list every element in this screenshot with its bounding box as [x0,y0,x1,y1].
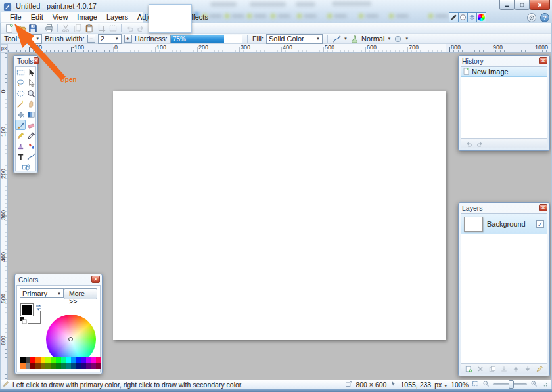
palette-color[interactable] [71,357,76,363]
tools-panel-titlebar[interactable]: Tools ✕ [14,56,37,65]
palette-color[interactable] [96,357,101,363]
menu-file[interactable]: File [5,12,26,22]
toggle-colors-button[interactable] [476,12,486,22]
colors-panel-titlebar[interactable]: Colors ✕ [15,274,102,284]
selection-quality-icon[interactable] [394,34,402,43]
rectangle-select-tool[interactable] [15,67,26,77]
zoom-out-icon[interactable] [482,380,490,389]
palette-color[interactable] [81,357,86,363]
palette-color[interactable] [35,363,41,369]
line-curve-tool[interactable] [26,151,36,162]
toggle-tools-button[interactable] [449,12,459,22]
palette-color[interactable] [91,363,97,369]
palette-color[interactable] [51,363,56,369]
palette-color[interactable] [30,363,35,369]
move-selection-tool[interactable] [26,77,36,88]
text-tool[interactable] [15,151,26,162]
palette-color[interactable] [41,363,46,369]
color-picker-tool[interactable] [26,130,36,141]
swap-colors-icon[interactable] [34,303,43,311]
menu-image[interactable]: Image [72,12,102,22]
recolor-tool[interactable] [26,141,36,151]
palette-color[interactable] [35,357,41,363]
blend-mode-value[interactable]: Normal [361,35,384,43]
palette-color[interactable] [45,363,51,369]
palette-color[interactable] [51,357,56,363]
zoom-in-icon[interactable] [530,380,538,389]
clone-stamp-tool[interactable] [15,141,26,151]
resize-grip[interactable] [541,380,548,389]
palette-color[interactable] [86,363,91,369]
palette-color[interactable] [56,357,61,363]
add-layer-button[interactable] [464,364,473,373]
color-mode-combo[interactable]: Primary▼ [20,288,64,298]
hardness-slider[interactable]: 75% [170,35,242,43]
help-button[interactable]: ? [540,13,549,22]
close-icon[interactable]: ✕ [34,57,39,64]
menu-layers[interactable]: Layers [102,12,133,22]
lasso-select-tool[interactable] [15,77,26,88]
unit-selector[interactable]: px ▼ [434,381,448,389]
title-bar[interactable]: Untitled - paint.net 4.0.17 [0,0,552,12]
toggle-history-button[interactable] [458,12,468,22]
palette-color[interactable] [76,357,81,363]
print-button[interactable] [43,23,55,33]
layers-panel-titlebar[interactable]: Layers ✕ [459,203,549,212]
palette-color[interactable] [71,363,76,369]
menu-view[interactable]: View [48,12,73,22]
move-selected-pixels-tool[interactable] [26,67,36,77]
brush-width-decrease-button[interactable]: − [87,35,95,43]
canvas[interactable] [113,91,446,340]
fit-window-icon[interactable] [472,380,479,389]
history-item[interactable]: New Image [461,67,547,77]
primary-color-swatch[interactable] [20,303,34,316]
eraser-tool[interactable] [26,120,36,130]
minimize-button[interactable] [499,0,515,10]
zoom-slider[interactable] [493,383,527,385]
palette-color[interactable] [91,357,97,363]
palette-color[interactable] [81,363,86,369]
antialiasing-icon[interactable] [333,34,341,43]
tool-selector[interactable]: ▼ [22,34,42,44]
gradient-tool[interactable] [26,109,36,120]
toggle-layers-button[interactable] [467,12,477,22]
brush-width-combo[interactable]: 2▼ [98,34,122,44]
close-button[interactable] [530,0,550,10]
save-button[interactable] [27,23,39,33]
maximize-button[interactable] [515,0,530,10]
shapes-tool[interactable] [20,162,31,172]
magic-wand-tool[interactable] [15,98,26,109]
palette-color[interactable] [20,363,26,369]
palette-color[interactable] [45,357,51,363]
duplicate-layer-button[interactable] [488,364,497,373]
palette-color[interactable] [41,357,46,363]
more-button[interactable]: More >> [64,288,97,299]
fill-style-combo[interactable]: Solid Color▼ [266,34,323,44]
palette-color[interactable] [26,363,31,369]
close-icon[interactable]: ✕ [539,204,547,211]
chevron-down-icon[interactable]: ▼ [387,37,391,41]
layer-row[interactable]: Background✓ [461,214,547,234]
history-panel-titlebar[interactable]: History ✕ [459,56,549,65]
menu-edit[interactable]: Edit [26,12,48,22]
palette-color[interactable] [76,363,81,369]
layer-visible-checkbox[interactable]: ✓ [536,220,544,228]
settings-gear-icon[interactable] [527,13,536,22]
palette-color[interactable] [20,357,26,363]
color-wheel-cursor[interactable] [68,337,73,341]
palette-color[interactable] [30,357,35,363]
close-icon[interactable]: ✕ [539,57,547,64]
palette-color[interactable] [61,363,66,369]
paint-bucket-tool[interactable] [15,109,26,120]
palette-color[interactable] [96,363,101,369]
close-icon[interactable]: ✕ [91,276,100,283]
pencil-tool[interactable] [15,130,26,141]
palette-color[interactable] [26,357,31,363]
palette-color[interactable] [66,363,71,369]
open-button[interactable] [15,23,27,33]
paintbrush-tool[interactable] [15,120,26,130]
zoom-slider-thumb[interactable] [509,380,514,389]
layer-properties-button[interactable] [535,364,544,373]
palette-color[interactable] [56,363,61,369]
palette-color[interactable] [61,357,66,363]
